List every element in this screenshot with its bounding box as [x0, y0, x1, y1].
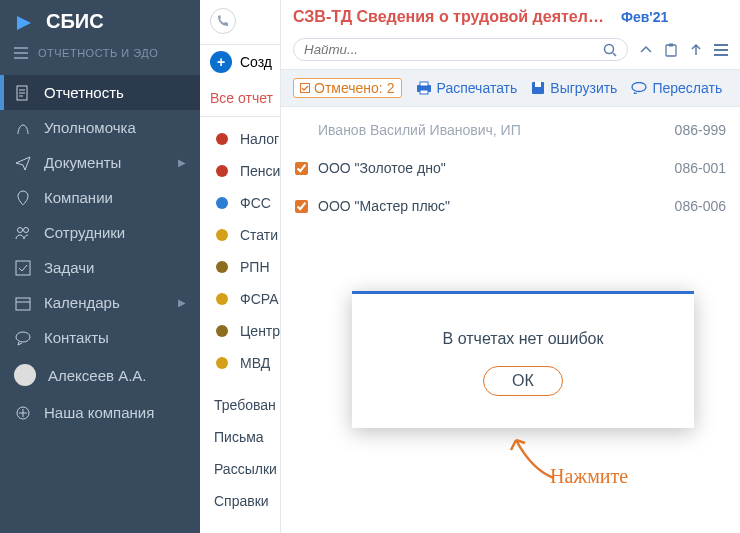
svg-point-9 [216, 197, 228, 209]
sidebar-item-3[interactable]: Компании [0, 180, 200, 215]
category-icon [214, 195, 230, 211]
panel-title: СЗВ-ТД Сведения о трудовой деятельно... [293, 8, 613, 26]
sidebar-item-4[interactable]: Сотрудники [0, 215, 200, 250]
sidebar-item-label: Алексеев А.А. [48, 367, 147, 384]
search-box[interactable] [293, 38, 628, 61]
svg-rect-16 [666, 45, 676, 56]
org-row[interactable]: ООО "Мастер плюс"086-006 [281, 187, 740, 225]
sidebar-item-label: Отчетность [44, 84, 124, 101]
sidebar-item-8[interactable]: Алексеев А.А. [0, 355, 200, 395]
category-icon [214, 355, 230, 371]
sidebar-item-9[interactable]: Наша компания [0, 395, 200, 430]
print-action[interactable]: Распечатать [416, 80, 518, 96]
category-label: Налог [240, 131, 279, 147]
phone-icon[interactable] [210, 8, 236, 34]
tab-all-reports[interactable]: Все отчет [210, 90, 273, 106]
clipboard-icon[interactable] [664, 43, 678, 57]
svg-rect-3 [16, 261, 30, 275]
sidebar-item-6[interactable]: 1Календарь▶ [0, 285, 200, 320]
org-row[interactable]: ООО "Золотое дно"086-001 [281, 149, 740, 187]
category-icon [214, 227, 230, 243]
sidebar-item-0[interactable]: Отчетность [0, 75, 200, 110]
action-bar: Отмечено: 2 Распечатать Выгрузить Пересл… [281, 69, 740, 107]
svg-rect-23 [535, 82, 541, 87]
category-icon [214, 131, 230, 147]
search-icon[interactable] [603, 43, 617, 57]
row-checkbox[interactable] [295, 200, 308, 213]
sidebar-item-2[interactable]: Документы▶ [0, 145, 200, 180]
export-action[interactable]: Выгрузить [531, 80, 617, 96]
create-button[interactable]: + [210, 51, 232, 73]
menu-icon[interactable] [14, 47, 28, 59]
org-name: Иванов Василий Иванович, ИП [318, 122, 521, 138]
row-checkbox[interactable] [295, 162, 308, 175]
svg-point-7 [216, 133, 228, 145]
category-icon [214, 163, 230, 179]
forward-action[interactable]: Переслать [631, 80, 722, 96]
category-icon [214, 291, 230, 307]
sidebar: СБИС ОТЧЕТНОСТЬ И ЭДО ОтчетностьУполномо… [0, 0, 200, 533]
check-square-icon [300, 83, 310, 93]
modal-body: В отчетах нет ошибок ОК [352, 294, 694, 428]
svg-point-1 [18, 227, 23, 232]
speech-icon [631, 82, 647, 94]
org-row[interactable]: Иванов Василий Иванович, ИП086-999 [281, 111, 740, 149]
category-label: ФСРА [240, 291, 279, 307]
category-icon [214, 259, 230, 275]
checked-chip[interactable]: Отмечено: 2 [293, 78, 402, 98]
sidebar-menu: ОтчетностьУполномочкаДокументы▶КомпанииС… [0, 75, 200, 430]
modal: В отчетах нет ошибок ОК [352, 291, 694, 428]
chat-icon [14, 330, 32, 346]
category-icon [214, 323, 230, 339]
sidebar-item-label: Задачи [44, 259, 94, 276]
svg-point-8 [216, 165, 228, 177]
menu-icon[interactable] [714, 44, 728, 56]
sidebar-item-7[interactable]: Контакты [0, 320, 200, 355]
svg-point-10 [216, 229, 228, 241]
upload-icon[interactable] [690, 43, 702, 57]
doc-icon [14, 85, 32, 101]
svg-point-15 [605, 44, 614, 53]
svg-point-5 [16, 332, 30, 342]
category-label: РПН [240, 259, 270, 275]
sidebar-item-label: Сотрудники [44, 224, 125, 241]
category-label: Центр [240, 323, 280, 339]
checked-label: Отмечено: [314, 80, 383, 96]
svg-rect-20 [420, 82, 428, 86]
pin-icon [14, 190, 32, 206]
panel-tools [281, 34, 740, 69]
org-icon [14, 405, 32, 421]
hand-icon [14, 120, 32, 136]
org-name: ООО "Мастер плюс" [318, 198, 450, 214]
panel-period[interactable]: Фев'21 [621, 9, 668, 25]
save-icon [531, 81, 545, 95]
cal-icon [14, 295, 32, 311]
svg-rect-21 [420, 90, 428, 94]
svg-rect-4 [16, 298, 30, 310]
printer-icon [416, 81, 432, 95]
check-icon [14, 260, 32, 276]
org-code: 086-001 [675, 160, 726, 176]
svg-point-2 [24, 227, 29, 232]
category-label: МВД [240, 355, 270, 371]
svg-point-11 [216, 261, 228, 273]
subheading-row: ОТЧЕТНОСТЬ И ЭДО [0, 43, 200, 69]
org-code: 086-999 [675, 122, 726, 138]
checked-count: 2 [387, 80, 395, 96]
ok-button[interactable]: ОК [483, 366, 563, 396]
category-label: Стати [240, 227, 278, 243]
sidebar-item-1[interactable]: Уполномочка [0, 110, 200, 145]
svg-point-13 [216, 325, 228, 337]
logo-row: СБИС [0, 0, 200, 43]
category-label: Пенси [240, 163, 280, 179]
subheading: ОТЧЕТНОСТЬ И ЭДО [38, 47, 158, 59]
org-list: Иванов Василий Иванович, ИП086-999ООО "З… [281, 107, 740, 229]
create-label: Созд [240, 54, 272, 70]
svg-point-12 [216, 293, 228, 305]
expand-icon[interactable] [640, 44, 652, 56]
sidebar-item-label: Компании [44, 189, 113, 206]
sidebar-item-5[interactable]: Задачи [0, 250, 200, 285]
search-input[interactable] [304, 42, 603, 57]
svg-rect-17 [669, 43, 673, 46]
sidebar-item-label: Уполномочка [44, 119, 136, 136]
